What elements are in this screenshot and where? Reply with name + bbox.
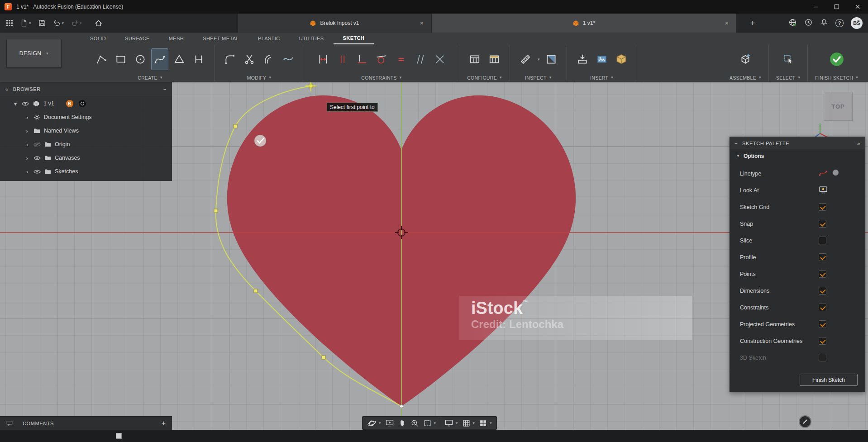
ribbon-tab-utilities[interactable]: UTILITIES: [290, 33, 334, 44]
ribbon-tab-surface[interactable]: SURFACE: [115, 33, 159, 44]
minimize-panel-icon[interactable]: −: [163, 86, 167, 92]
display-settings-icon[interactable]: ▾: [444, 418, 458, 428]
insert-image-button[interactable]: [594, 49, 610, 70]
section-analysis-button[interactable]: [543, 49, 559, 70]
dimension-button[interactable]: [315, 49, 331, 70]
extensions-globe-icon[interactable]: [788, 18, 797, 29]
group-label-inspect[interactable]: INSPECT: [525, 75, 547, 81]
group-label-constraints[interactable]: CONSTRAINTS: [361, 75, 397, 81]
maximize-button[interactable]: [826, 0, 847, 14]
constraints-checkbox[interactable]: [819, 304, 826, 311]
collapse-panel-icon[interactable]: «: [5, 86, 9, 92]
ribbon-tab-solid[interactable]: SOLID: [81, 33, 115, 44]
construction-geometries-checkbox[interactable]: [819, 337, 826, 345]
palette-options-section[interactable]: ▼ Options: [730, 149, 865, 163]
group-label-configure[interactable]: CONFIGURE: [467, 75, 497, 81]
ribbon-tab-sheet-metal[interactable]: SHEET METAL: [193, 33, 248, 44]
document-tab-1-v1[interactable]: 1 v1* ×: [432, 14, 736, 33]
line-button[interactable]: [93, 49, 110, 70]
comments-bar[interactable]: COMMENTS +: [0, 416, 172, 430]
chevron-right-icon[interactable]: ›: [24, 168, 31, 175]
vertical-constraint-button[interactable]: [334, 49, 351, 70]
origin-point[interactable]: [395, 226, 408, 239]
fillet-button[interactable]: [222, 49, 238, 70]
minimize-palette-icon[interactable]: −: [734, 141, 738, 146]
tab-close-icon[interactable]: ×: [723, 19, 730, 27]
app-launcher-icon[interactable]: [5, 16, 14, 30]
group-label-select[interactable]: SELECT: [776, 75, 796, 81]
group-label-create[interactable]: CREATE: [138, 75, 157, 81]
user-avatar[interactable]: BŠ: [851, 17, 863, 29]
configuration-table-button[interactable]: [486, 49, 502, 70]
accept-check-icon[interactable]: [254, 135, 266, 147]
canvas-button[interactable]: [613, 49, 630, 70]
spline-curve[interactable]: [216, 86, 401, 406]
group-label-insert[interactable]: INSERT: [590, 75, 608, 81]
parallel-button[interactable]: [412, 49, 429, 70]
linetype-sphere-icon[interactable]: [832, 169, 839, 178]
finish-sketch-palette-button[interactable]: Finish Sketch: [800, 374, 858, 386]
points-checkbox[interactable]: [819, 270, 826, 278]
minimize-button[interactable]: [806, 0, 826, 14]
finish-sketch-button[interactable]: [827, 49, 847, 70]
slot-button[interactable]: [191, 49, 207, 70]
ribbon-tab-sketch[interactable]: SKETCH: [334, 33, 374, 44]
redo-icon[interactable]: ▾: [69, 16, 83, 30]
select-button[interactable]: [780, 49, 796, 70]
configure-button[interactable]: [467, 49, 483, 70]
eye-icon[interactable]: [22, 101, 29, 106]
addin-badge[interactable]: B: [66, 100, 73, 107]
snap-checkbox[interactable]: [819, 220, 826, 228]
linetype-curve-icon[interactable]: [819, 169, 827, 178]
measure-button[interactable]: [517, 49, 534, 70]
spline-button[interactable]: [152, 49, 168, 70]
projected-geometries-checkbox[interactable]: [819, 320, 826, 328]
tangent-button[interactable]: [373, 49, 390, 70]
orbit-icon[interactable]: ▾: [367, 418, 381, 428]
group-label-modify[interactable]: MODIFY: [247, 75, 267, 81]
eye-icon[interactable]: [33, 156, 41, 161]
chevron-right-icon[interactable]: ›: [24, 128, 31, 134]
ribbon-tab-mesh[interactable]: MESH: [159, 33, 193, 44]
chevron-right-icon[interactable]: ›: [24, 114, 31, 121]
notifications-bell-icon[interactable]: [820, 18, 828, 28]
browser-item-canvases[interactable]: ›Canvases: [0, 151, 172, 165]
add-comment-icon[interactable]: +: [162, 419, 166, 428]
spline-points[interactable]: [214, 84, 403, 408]
document-tab-brelok-inpost-v1[interactable]: Brelok Inpost v1 ×: [238, 14, 431, 33]
profile-checkbox[interactable]: [819, 253, 826, 261]
polygon-button[interactable]: [171, 49, 187, 70]
chevron-right-icon[interactable]: ›: [24, 141, 31, 148]
3d-sketch-checkbox[interactable]: [819, 354, 826, 361]
home-icon[interactable]: [93, 16, 104, 30]
eye-icon[interactable]: [33, 169, 41, 174]
expand-palette-icon[interactable]: »: [857, 141, 860, 146]
offset-button[interactable]: [261, 49, 277, 70]
browser-item-origin[interactable]: ›Origin: [0, 138, 172, 151]
job-status-icon[interactable]: [804, 18, 813, 29]
caret-down-icon[interactable]: ▾: [12, 100, 19, 107]
horizontal-vertical-button[interactable]: [354, 49, 370, 70]
circle-button[interactable]: [132, 49, 148, 70]
close-button[interactable]: [847, 0, 868, 14]
undo-icon[interactable]: ▾: [52, 16, 66, 30]
look-at-icon[interactable]: [819, 185, 828, 195]
workspace-selector[interactable]: DESIGN ▾: [6, 39, 62, 68]
browser-item-named-views[interactable]: ›Named Views: [0, 124, 172, 138]
window-zoom-icon[interactable]: ▾: [423, 419, 436, 428]
assistant-icon[interactable]: [799, 415, 811, 428]
group-label-assemble[interactable]: ASSEMBLE: [730, 75, 756, 81]
freeform-curve-button[interactable]: [280, 49, 296, 70]
new-tab-button[interactable]: +: [748, 18, 758, 28]
save-icon[interactable]: [37, 16, 48, 30]
equal-button[interactable]: [393, 49, 409, 70]
zoom-icon[interactable]: [410, 419, 419, 428]
perpendicular-button[interactable]: [432, 49, 448, 70]
dimensions-checkbox[interactable]: [819, 287, 826, 295]
grid-settings-icon[interactable]: ▾: [462, 419, 475, 428]
viewcube[interactable]: TOP: [824, 92, 853, 121]
decal-button[interactable]: [574, 49, 591, 70]
pan-icon[interactable]: [398, 419, 406, 427]
browser-root-row[interactable]: ▾ 1 v1 B: [0, 97, 172, 110]
ribbon-tab-plastic[interactable]: PLASTIC: [248, 33, 290, 44]
